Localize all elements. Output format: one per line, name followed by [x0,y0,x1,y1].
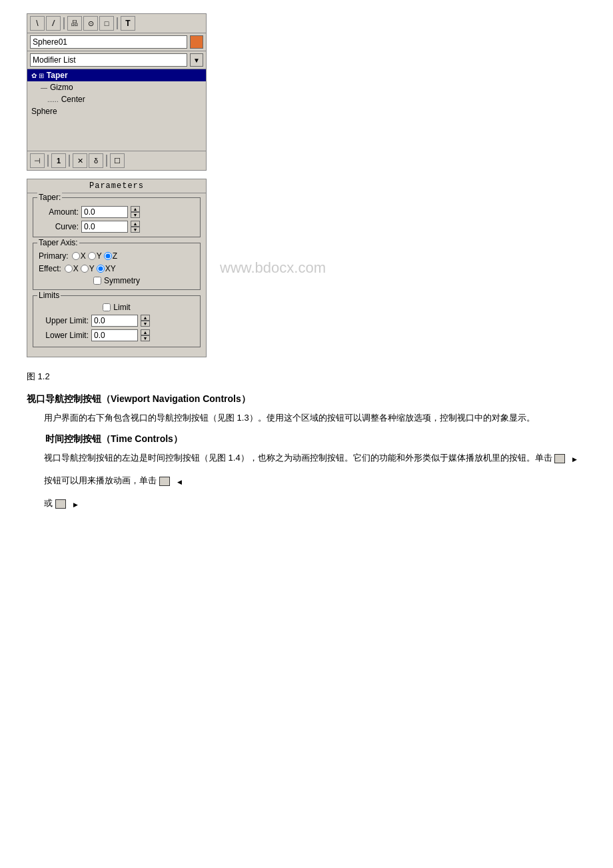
object-color-swatch[interactable] [190,35,203,49]
section2-body1: 视口导航控制按钮的左边是时间控制按钮（见图 1.4），也称之为动画控制按钮。它们… [27,451,586,465]
toolbar-hierarchy-btn[interactable]: 品 [67,16,82,31]
parameters-body: Taper: Amount: ▲ ▼ Curve: ▲ ▼ [27,193,206,357]
taper-group: Taper: Amount: ▲ ▼ Curve: ▲ ▼ [33,197,201,237]
curve-label: Curve: [39,222,79,231]
gizmo-label: Gizmo [50,83,73,92]
limit-row: Limit [39,303,195,312]
curve-spin-down[interactable]: ▼ [131,227,140,233]
taper-group-label: Taper: [37,193,62,202]
toolbar-select-btn[interactable]: \ [30,16,45,31]
stack-item-center[interactable]: ...... Center [27,93,206,105]
btm-make-unique-btn[interactable]: ☐ [110,153,125,168]
btm-configure-btn[interactable]: 1 [51,153,66,168]
curve-spin-up[interactable]: ▲ [131,221,140,227]
primary-x-radio[interactable] [72,252,80,260]
toolbar-modify-btn[interactable]: / [46,16,61,31]
primary-x-item: X [72,251,86,261]
taper-icon: ✿ ⊞ [31,72,44,79]
btm-divider-3 [106,155,107,167]
amount-input[interactable] [81,206,128,218]
lower-limit-spin-up[interactable]: ▲ [141,329,150,335]
lower-limit-spin-down[interactable]: ▼ [141,335,150,341]
stack-item-sphere[interactable]: Sphere [27,105,206,117]
curve-input[interactable] [81,221,128,233]
limit-label: Limit [113,303,130,312]
upper-limit-spinner: ▲ ▼ [141,315,150,327]
sphere-label: Sphere [31,107,57,116]
curve-row: Curve: ▲ ▼ [39,221,195,233]
lower-limit-spinner: ▲ ▼ [141,329,150,341]
modifier-list-row: Modifier List ▼ [27,51,206,69]
section1-body: 用户界面的右下角包含视口的导航控制按钮（见图 1.3）。使用这个区域的按钮可以调… [27,411,586,425]
primary-y-label: Y [97,251,102,261]
btm-divider-2 [69,155,70,167]
next-icon-inline: ▶ [55,499,66,509]
effect-y-radio[interactable] [81,265,89,273]
primary-z-radio[interactable] [104,252,112,260]
upper-limit-input[interactable] [91,315,138,327]
primary-radio-group: X Y Z [72,251,117,261]
effect-y-label: Y [89,264,95,273]
primary-row: Primary: X Y Z [39,251,195,261]
section2-heading: 时间控制按钮（Time Controls） [27,433,586,445]
limits-group-label: Limits [37,291,61,300]
amount-spinner: ▲ ▼ [131,206,140,218]
upper-limit-spin-up[interactable]: ▲ [141,315,150,321]
btm-copy-btn[interactable]: δ [89,153,103,168]
primary-label: Primary: [39,251,69,261]
modifier-panel: \ / 品 ⊙ □ T Modifier List ▼ ✿ ⊞ Taper — … [27,13,207,171]
toolbar-row: \ / 品 ⊙ □ T [27,14,206,33]
bottom-toolbar: ⊣ 1 ✕ δ ☐ [27,151,206,170]
taper-label: Taper [47,71,68,80]
primary-z-label: Z [113,251,117,261]
section2-body2: 按钮可以用来播放动画，单击 ◀ [27,473,586,488]
stack-item-gizmo[interactable]: — Gizmo [27,81,206,93]
primary-z-item: Z [104,251,117,261]
effect-xy-item: XY [97,264,116,273]
toolbar-display-btn[interactable]: □ [99,16,114,31]
upper-limit-row: Upper Limit: ▲ ▼ [39,315,195,327]
effect-xy-radio[interactable] [97,265,105,273]
figure-caption: 图 1.2 [27,371,586,383]
primary-y-radio[interactable] [88,252,96,260]
taper-axis-group: Taper Axis: Primary: X Y Z [33,243,201,290]
lower-limit-row: Lower Limit: ▲ ▼ [39,329,195,341]
symmetry-checkbox[interactable] [93,277,101,285]
primary-y-item: Y [88,251,102,261]
symmetry-row: Symmetry [39,276,195,285]
upper-limit-spin-down[interactable]: ▼ [141,321,150,327]
limits-group: Limits Limit Upper Limit: ▲ ▼ Lower Limi… [33,295,201,347]
toolbar-divider-1 [63,17,65,29]
amount-spin-up[interactable]: ▲ [131,206,140,212]
toolbar-divider-2 [117,17,118,29]
stack-empty-space [27,117,206,151]
amount-row: Amount: ▲ ▼ [39,206,195,218]
effect-x-item: X [65,264,79,273]
btm-remove-btn[interactable]: ✕ [73,153,87,168]
object-name-input[interactable] [30,35,187,49]
effect-row: Effect: X Y XY [39,264,195,273]
btm-divider-1 [47,155,49,167]
prev-icon-inline: ◀ [159,477,170,486]
amount-spin-down[interactable]: ▼ [131,212,140,218]
modifier-list-select[interactable]: Modifier List [30,53,187,67]
modifier-list-dropdown-arrow[interactable]: ▼ [190,53,203,67]
effect-y-item: Y [81,264,95,273]
limit-checkbox[interactable] [103,303,111,311]
section1-heading: 视口导航控制按钮（Viewport Navigation Controls） [27,393,586,405]
btm-pin-btn[interactable]: ⊣ [30,153,45,168]
parameters-panel: Parameters Taper: Amount: ▲ ▼ Curve: [27,179,207,357]
effect-x-label: X [73,264,79,273]
section2-body3: 或 ▶ [27,496,586,511]
toolbar-motion-btn[interactable]: ⊙ [83,16,98,31]
gizmo-prefix-icon: — [41,84,47,91]
taper-axis-label: Taper Axis: [37,238,79,247]
toolbar-utility-btn[interactable]: T [121,16,135,31]
center-label: Center [61,95,85,104]
lower-limit-input[interactable] [91,329,138,341]
center-prefix-icon: ...... [47,96,59,103]
effect-radio-group: X Y XY [65,264,116,273]
play-icon-inline: ▶ [554,454,565,463]
stack-item-taper[interactable]: ✿ ⊞ Taper [27,69,206,81]
effect-x-radio[interactable] [65,265,73,273]
